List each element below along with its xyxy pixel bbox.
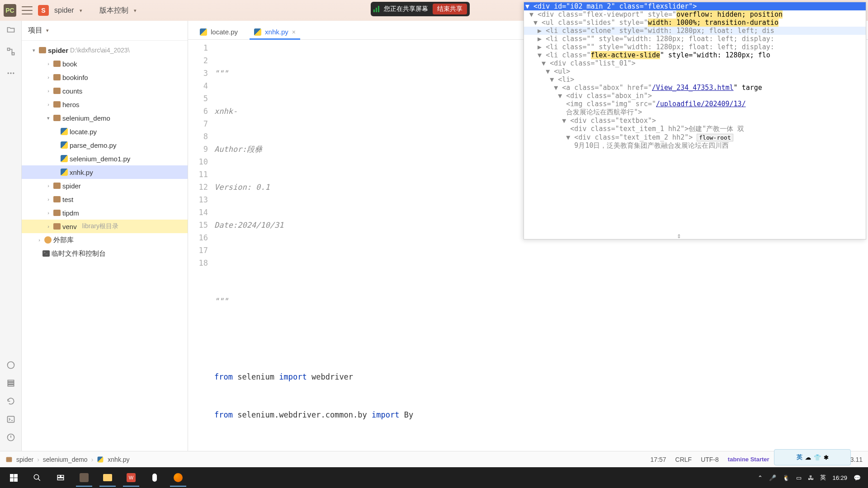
breadcrumb[interactable]: spider › selenium_demo › xnhk.py — [5, 456, 130, 463]
project-name[interactable]: spider — [54, 6, 74, 14]
vcs-menu[interactable]: 版本控制 — [99, 6, 128, 15]
tree-item[interactable]: ›counts — [22, 84, 188, 98]
devtools-elements-panel[interactable]: ▼ <div id="i02_main_2" class="flexslider… — [524, 2, 866, 239]
python-file-icon — [254, 28, 261, 36]
ime-indicator[interactable]: 英 — [820, 474, 826, 482]
signal-icon — [373, 6, 379, 12]
folder-icon — [53, 88, 61, 94]
tray-chevron-icon[interactable]: ⌃ — [758, 474, 763, 481]
ime-icon[interactable]: 👕 — [814, 454, 821, 461]
folder-icon — [39, 47, 46, 53]
tree-item[interactable]: ›tipdm — [22, 206, 188, 220]
python-file-icon — [200, 28, 207, 36]
folder-icon — [53, 101, 61, 108]
svg-rect-14 — [57, 478, 64, 480]
refresh-icon[interactable] — [6, 397, 15, 406]
folder-icon — [6, 457, 12, 462]
tree-item-external[interactable]: ›外部库 — [22, 233, 188, 247]
python-file-icon — [98, 456, 104, 462]
search-button[interactable] — [26, 469, 48, 487]
expand-icon[interactable]: ▾ — [31, 47, 37, 53]
tree-item-selected[interactable]: xnhk.py — [22, 165, 188, 179]
library-icon — [44, 236, 52, 244]
caret-position[interactable]: 17:57 — [651, 456, 666, 463]
python-file-icon — [61, 169, 68, 176]
more-icon[interactable] — [6, 69, 15, 78]
tree-item[interactable]: ›heros — [22, 98, 188, 111]
svg-point-2 — [7, 72, 9, 74]
svg-rect-12 — [57, 475, 60, 478]
tree-item[interactable]: ▾selenium_demo — [22, 111, 188, 125]
ime-toolbar[interactable]: 英 ☁ 👕 ✱ — [774, 449, 851, 465]
folder-icon — [53, 74, 61, 80]
main-menu-icon[interactable] — [22, 6, 33, 14]
python-packages-icon[interactable] — [6, 361, 15, 370]
folder-icon — [53, 183, 61, 189]
tab-locate[interactable]: locate.py — [197, 24, 241, 39]
tray-qq-icon[interactable]: 🐧 — [783, 474, 790, 481]
tree-item[interactable]: parse_demo.py — [22, 138, 188, 152]
problems-icon[interactable] — [6, 433, 15, 442]
ime-icon[interactable]: ✱ — [824, 454, 829, 461]
taskbar-app-firefox[interactable] — [167, 469, 189, 487]
folder-icon — [53, 115, 61, 121]
layout-badge: flow-root — [697, 134, 733, 141]
svg-rect-0 — [7, 48, 9, 51]
project-tree-header[interactable]: 项目 ▾ — [22, 21, 188, 41]
svg-point-11 — [34, 474, 39, 479]
folder-icon — [53, 223, 61, 230]
selected-dom-node[interactable]: ▼ <div id="i02_main_2" class="flexslider… — [524, 2, 866, 10]
tab-xnhk[interactable]: xnhk.py × — [251, 24, 298, 39]
tree-item[interactable]: selenium_demo1.py — [22, 152, 188, 165]
chevron-down-icon[interactable]: ▾ — [46, 28, 49, 33]
tree-item[interactable]: ›spider — [22, 179, 188, 192]
action-center-icon[interactable]: 💬 — [854, 474, 861, 481]
svg-point-3 — [10, 72, 11, 74]
taskbar-app-pycharm[interactable] — [73, 469, 95, 487]
system-tray[interactable]: ⌃ 🎤 🐧 ▭ 🖧 英 16:29 💬 — [758, 474, 865, 482]
project-badge: S — [38, 5, 49, 16]
project-tree[interactable]: ▾ spider D:\kdxf\src\ai4_2023\ ›book ›bo… — [22, 41, 188, 459]
chevron-down-icon[interactable]: ▾ — [80, 8, 82, 14]
tree-root[interactable]: ▾ spider D:\kdxf\src\ai4_2023\ — [22, 43, 188, 57]
clock[interactable]: 16:29 — [832, 474, 847, 481]
python-file-icon — [61, 141, 68, 149]
structure-icon[interactable] — [6, 47, 15, 56]
root-path: D:\kdxf\src\ai4_2023\ — [70, 47, 130, 54]
app-logo: PC — [4, 4, 16, 17]
file-encoding[interactable]: UTF-8 — [701, 456, 719, 463]
tree-item-venv[interactable]: ›venv library根目录 — [22, 220, 188, 233]
tree-item-scratches[interactable]: 临时文件和控制台 — [22, 247, 188, 260]
status-bar: spider › selenium_demo › xnhk.py 17:57 C… — [0, 451, 868, 467]
line-gutter: 123456789101112131415161718 — [188, 42, 214, 467]
screen-share-bar: 您正在共享屏幕 结束共享 — [371, 2, 470, 16]
ime-icon[interactable]: ☁ — [805, 454, 811, 461]
close-icon[interactable]: × — [292, 28, 296, 36]
tray-mic-icon[interactable]: 🎤 — [769, 474, 776, 481]
root-name: spider — [48, 47, 68, 54]
tree-item[interactable]: locate.py — [22, 125, 188, 138]
tray-battery-icon[interactable]: ▭ — [796, 474, 802, 481]
taskbar-app-voice[interactable] — [144, 469, 165, 487]
task-view-button[interactable] — [50, 469, 71, 487]
taskbar-app-explorer[interactable] — [97, 469, 118, 487]
resize-handle-icon[interactable]: ⇕ — [677, 231, 681, 239]
folder-icon[interactable] — [6, 25, 15, 34]
taskbar-app-wps[interactable]: W — [120, 469, 142, 487]
share-status-text: 您正在共享屏幕 — [384, 5, 428, 13]
chevron-down-icon[interactable]: ▾ — [134, 8, 137, 14]
tabnine-widget[interactable]: tabnine Starter — [728, 456, 769, 463]
terminal-icon[interactable] — [6, 415, 15, 424]
tree-item[interactable]: ›bookinfo — [22, 70, 188, 84]
services-icon[interactable] — [6, 379, 15, 388]
tool-rail — [0, 21, 22, 467]
tree-item[interactable]: ›test — [22, 192, 188, 206]
start-button[interactable] — [3, 469, 24, 487]
end-share-button[interactable]: 结束共享 — [433, 4, 467, 14]
folder-icon — [53, 196, 61, 202]
svg-point-5 — [7, 362, 14, 369]
tray-network-icon[interactable]: 🖧 — [808, 474, 814, 481]
scratch-icon — [42, 250, 50, 257]
line-separator[interactable]: CRLF — [675, 456, 692, 463]
tree-item[interactable]: ›book — [22, 57, 188, 70]
